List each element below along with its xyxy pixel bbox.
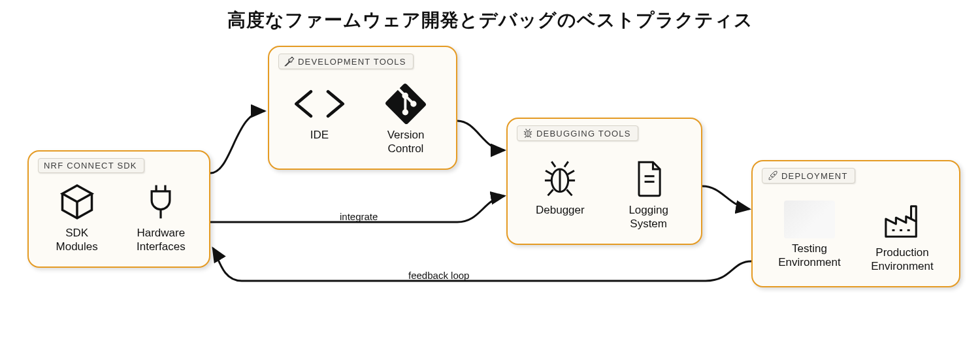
edge-label-integrate: integrate xyxy=(340,211,378,222)
edge-label-feedback: feedback loop xyxy=(408,270,469,281)
diagram-arrows xyxy=(0,0,980,339)
